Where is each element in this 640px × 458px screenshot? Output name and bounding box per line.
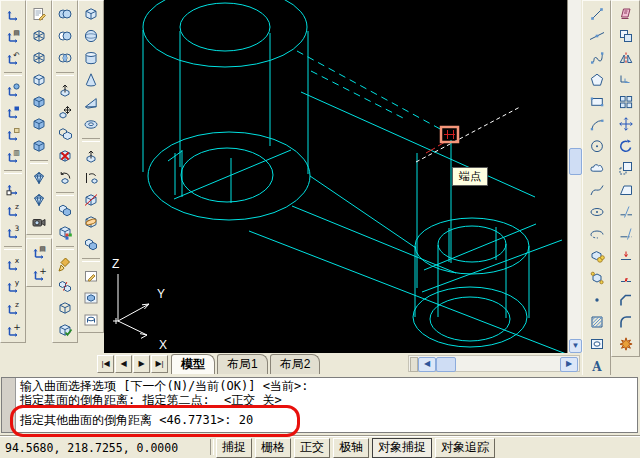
scale-button[interactable] [614, 157, 638, 179]
scroll-left-button[interactable]: ◀ [418, 357, 436, 372]
horizontal-scrollbar-thumb[interactable] [436, 357, 456, 372]
interfere-button[interactable] [79, 233, 103, 255]
ucs-apply-button[interactable]: + [1, 319, 25, 341]
section-button[interactable] [79, 211, 103, 233]
cone-button[interactable] [79, 69, 103, 91]
make-block-button[interactable] [585, 267, 609, 289]
extrude-faces-button[interactable] [53, 79, 77, 101]
point-button[interactable] [585, 289, 609, 311]
ucs-button[interactable] [1, 3, 25, 25]
2d-wireframe-button[interactable] [27, 25, 51, 47]
flat-shaded-button[interactable] [27, 91, 51, 113]
check-button[interactable] [53, 319, 77, 341]
3d-wireframe-button[interactable] [27, 47, 51, 69]
spline-button[interactable] [585, 179, 609, 201]
osnap-toggle-button[interactable]: 对象捕捉 [372, 438, 432, 458]
named-views-button[interactable] [27, 3, 51, 25]
ucs-previous-button[interactable]: ↶ [1, 47, 25, 69]
ucs-object-button[interactable] [1, 101, 25, 123]
ellipse-button[interactable] [585, 201, 609, 223]
setup-profile-button[interactable] [79, 309, 103, 331]
fillet-button[interactable] [614, 311, 638, 333]
revision-cloud-button[interactable] [585, 157, 609, 179]
polar-toggle-button[interactable]: 极轴 [333, 438, 369, 458]
extend-button[interactable] [614, 223, 638, 245]
rotate-button[interactable] [614, 135, 638, 157]
offset-faces-button[interactable] [53, 123, 77, 145]
vertical-scrollbar-thumb[interactable] [569, 148, 582, 175]
insert-block-button[interactable] [585, 245, 609, 267]
break-button[interactable] [614, 267, 638, 289]
gouraud-shaded-button[interactable] [27, 113, 51, 135]
delete-faces-button[interactable] [53, 145, 77, 167]
tab-nav-first-button[interactable]: |◀ [97, 355, 114, 373]
slice-button[interactable] [79, 189, 103, 211]
ortho-toggle-button[interactable]: 正交 [294, 438, 330, 458]
otrack-toggle-button[interactable]: 对象追踪 [435, 438, 495, 458]
cylinder-button[interactable] [79, 47, 103, 69]
tab-nav-next-button[interactable]: ▶ [133, 355, 150, 373]
ucs-z-axis-vector-button[interactable]: z [1, 199, 25, 221]
orbit-style-1-button[interactable] [27, 167, 51, 189]
move-button[interactable] [614, 113, 638, 135]
ucs-world-button[interactable] [1, 79, 25, 101]
stretch-button[interactable] [614, 179, 638, 201]
ucs-x-button[interactable]: x [1, 253, 25, 275]
model-tab[interactable]: 模型 [171, 354, 215, 374]
layout1-tab[interactable]: 布局1 [217, 354, 268, 374]
mirror-button[interactable] [614, 47, 638, 69]
named-ucs-button[interactable]: ▤ [1, 25, 25, 47]
torus-button[interactable] [79, 113, 103, 135]
intersect-button[interactable] [53, 47, 77, 69]
hidden-visual-style-button[interactable] [27, 69, 51, 91]
erase-button[interactable] [614, 3, 638, 25]
shell-button[interactable] [53, 297, 77, 319]
ucs-y-button[interactable]: y [1, 275, 25, 297]
rectangle-button[interactable] [585, 91, 609, 113]
copy-faces-button[interactable] [53, 199, 77, 221]
drawing-canvas[interactable]: Z Y X 端点 [104, 0, 567, 353]
copy-button[interactable] [614, 25, 638, 47]
flat-shaded-edges-on-button[interactable] [27, 135, 51, 157]
explode-button[interactable] [614, 333, 638, 355]
ucs-3point-button[interactable]: 3 [1, 221, 25, 243]
arc-button[interactable] [585, 113, 609, 135]
offset-button[interactable] [614, 69, 638, 91]
extrude-button[interactable] [79, 145, 103, 167]
move-ucs-origin-button[interactable]: + [27, 263, 51, 285]
horizontal-scrollbar[interactable]: ◀ ▶ [408, 355, 580, 372]
named-ucs-dialog-button[interactable]: ▤ [27, 241, 51, 263]
layout2-tab[interactable]: 布局2 [270, 354, 321, 374]
polyline-button[interactable] [585, 47, 609, 69]
ucs-z-button[interactable]: z [1, 297, 25, 319]
camera-adjust-button[interactable] [27, 211, 51, 233]
command-text-area[interactable]: 输入曲面选择选项 [下一个(N)/当前(OK)] <当前>:指定基面的倒角距离:… [1, 377, 638, 433]
wedge-button[interactable] [79, 91, 103, 113]
separate-solids-button[interactable] [53, 275, 77, 297]
multiline-text-button[interactable]: A [585, 355, 609, 377]
setup-view-button[interactable] [79, 287, 103, 309]
ellipse-arc-button[interactable] [585, 223, 609, 245]
sphere-button[interactable] [79, 25, 103, 47]
construction-line-button[interactable] [585, 25, 609, 47]
ucs-face-button[interactable] [1, 123, 25, 145]
circle-button[interactable] [585, 135, 609, 157]
box-button[interactable] [79, 3, 103, 25]
tab-nav-previous-button[interactable]: ◀ [115, 355, 132, 373]
hatch-button[interactable] [585, 311, 609, 333]
polygon-button[interactable] [585, 69, 609, 91]
color-faces-button[interactable] [53, 221, 77, 243]
scroll-right-button[interactable]: ▶ [560, 357, 578, 372]
scrollbar-resize-grip[interactable] [410, 357, 418, 372]
union-button[interactable] [53, 3, 77, 25]
snap-toggle-button[interactable]: 捕捉 [216, 438, 252, 458]
setup-drawing-button[interactable] [79, 265, 103, 287]
scroll-down-button[interactable]: ▼ [569, 339, 582, 353]
ucs-view-button[interactable]: ▥ [1, 145, 25, 167]
rotate-faces-button[interactable] [53, 167, 77, 189]
command-scroll-strip[interactable] [2, 378, 16, 432]
chamfer-button[interactable] [614, 289, 638, 311]
region-button[interactable] [585, 333, 609, 355]
trim-button[interactable] [614, 201, 638, 223]
clean-button[interactable] [53, 253, 77, 275]
